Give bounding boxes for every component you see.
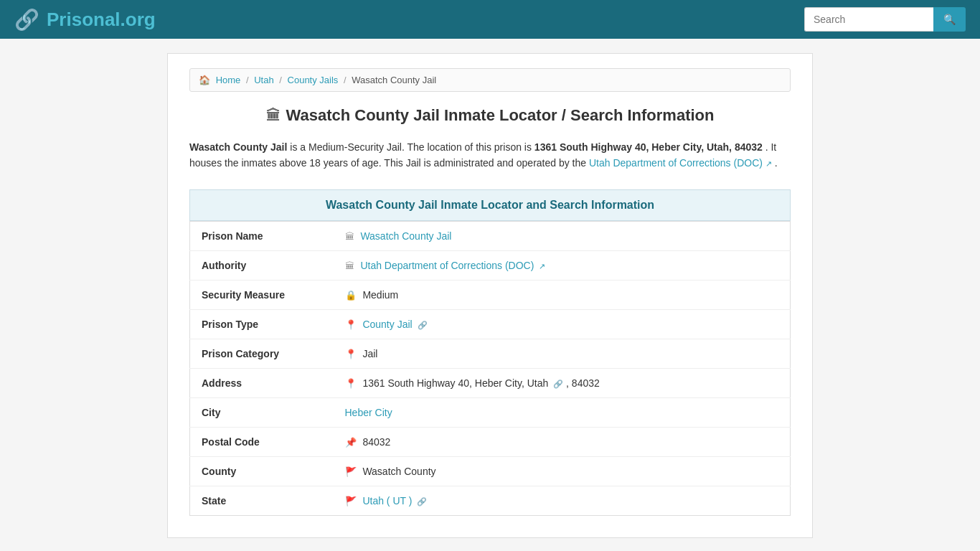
table-cell-label: Prison Type: [190, 309, 334, 339]
table-cell-label: Authority: [190, 250, 334, 280]
breadcrumb-home[interactable]: Home: [216, 75, 241, 85]
table-cell-label: Security Measure: [190, 280, 334, 309]
breadcrumb-separator-1: /: [246, 75, 249, 85]
address-icon: 📍: [345, 378, 357, 389]
search-icon: 🔍: [943, 14, 956, 25]
security-value: Medium: [362, 289, 398, 301]
postal-value: 84032: [362, 436, 390, 448]
prison-type-link[interactable]: County Jail: [362, 319, 412, 330]
prison-category-value: Jail: [362, 348, 377, 359]
table-row: State 🚩 Utah ( UT ) 🔗: [190, 486, 791, 515]
state-link[interactable]: Utah ( UT ): [362, 495, 412, 507]
table-cell-value: 🔒 Medium: [334, 280, 791, 309]
table-row: Prison Type 📍 County Jail 🔗: [190, 309, 791, 339]
table-cell-label: Prison Category: [190, 339, 334, 368]
logo-icon: 🔗: [14, 8, 39, 32]
table-cell-value: Heber City: [334, 397, 791, 427]
table-cell-label: State: [190, 486, 334, 515]
table-cell-label: Postal Code: [190, 427, 334, 456]
site-header: 🔗 Prisonal.org 🔍: [0, 0, 980, 39]
breadcrumb-separator-2: /: [279, 75, 282, 85]
table-cell-value: 🚩 Wasatch County: [334, 456, 791, 486]
section-header: Wasatch County Jail Inmate Locator and S…: [189, 189, 791, 221]
county-value: Wasatch County: [362, 466, 435, 477]
state-icon: 🚩: [345, 496, 357, 507]
logo-name: Prisonal: [47, 9, 121, 30]
title-icon: 🏛: [266, 108, 281, 124]
table-cell-label: Address: [190, 368, 334, 397]
authority-icon: 🏛: [345, 260, 354, 271]
authority-ext-icon: ↗: [539, 262, 545, 270]
description-text1: is a Medium-Security Jail. The location …: [290, 141, 534, 153]
logo-link[interactable]: 🔗 Prisonal.org: [14, 8, 156, 32]
search-button[interactable]: 🔍: [933, 7, 966, 32]
state-ext-icon: 🔗: [417, 497, 427, 506]
table-row: County 🚩 Wasatch County: [190, 456, 791, 486]
authority-link[interactable]: Utah Department of Corrections (DOC): [360, 260, 534, 271]
description-text3: .: [775, 157, 778, 169]
search-area: 🔍: [804, 7, 966, 32]
description-doc-link[interactable]: Utah Department of Corrections (DOC): [589, 157, 763, 169]
table-row: Security Measure 🔒 Medium: [190, 280, 791, 309]
breadcrumb-current: Wasatch County Jail: [352, 75, 436, 85]
breadcrumb-separator-3: /: [344, 75, 347, 85]
city-link[interactable]: Heber City: [345, 407, 392, 418]
ext-icon: ↗: [765, 159, 772, 168]
description-bold-name: Wasatch County Jail: [189, 141, 287, 153]
security-icon: 🔒: [345, 290, 357, 301]
logo-tld: .org: [121, 9, 156, 30]
table-cell-value: 📍 1361 South Highway 40, Heber City, Uta…: [334, 368, 791, 397]
table-row: City Heber City: [190, 397, 791, 427]
table-cell-label: Prison Name: [190, 221, 334, 250]
prison-name-icon: 🏛: [345, 231, 354, 242]
prison-name-link[interactable]: Wasatch County Jail: [360, 230, 451, 242]
table-cell-value: 📍 County Jail 🔗: [334, 309, 791, 339]
prison-type-ext-icon: 🔗: [418, 321, 428, 329]
breadcrumb: 🏠 Home / Utah / County Jails / Wasatch C…: [189, 68, 791, 92]
description-bold-address: 1361 South Highway 40, Heber City, Utah,…: [534, 141, 763, 153]
prison-category-icon: 📍: [345, 349, 357, 359]
table-cell-value: 📌 84032: [334, 427, 791, 456]
prison-type-icon: 📍: [345, 319, 357, 330]
breadcrumb-utah[interactable]: Utah: [254, 75, 273, 85]
breadcrumb-county-jails[interactable]: County Jails: [288, 75, 339, 85]
table-cell-label: County: [190, 456, 334, 486]
table-cell-value: 🏛 Utah Department of Corrections (DOC) ↗: [334, 250, 791, 280]
county-icon: 🚩: [345, 466, 357, 477]
info-table: Prison Name 🏛 Wasatch County Jail Author…: [189, 221, 791, 516]
page-title: 🏛 Wasatch County Jail Inmate Locator / S…: [189, 106, 791, 125]
table-row: Prison Category 📍 Jail: [190, 339, 791, 368]
section-title-text: Wasatch County Jail Inmate Locator and S…: [326, 199, 654, 211]
home-icon: 🏠: [199, 75, 210, 85]
address-state-ext-icon: 🔗: [553, 380, 563, 388]
search-input[interactable]: [804, 7, 933, 32]
table-row: Postal Code 📌 84032: [190, 427, 791, 456]
table-row: Authority 🏛 Utah Department of Correctio…: [190, 250, 791, 280]
postal-icon: 📌: [345, 437, 357, 448]
table-cell-value: 📍 Jail: [334, 339, 791, 368]
table-cell-label: City: [190, 397, 334, 427]
main-container: 🏠 Home / Utah / County Jails / Wasatch C…: [167, 53, 813, 538]
page-title-text: Wasatch County Jail Inmate Locator / Sea…: [286, 106, 715, 125]
description: Wasatch County Jail is a Medium-Security…: [189, 139, 791, 171]
table-row: Address 📍 1361 South Highway 40, Heber C…: [190, 368, 791, 397]
address-text: 1361 South Highway 40, Heber City, Utah: [362, 377, 548, 389]
table-row: Prison Name 🏛 Wasatch County Jail: [190, 221, 791, 250]
logo-text: Prisonal.org: [47, 9, 156, 31]
table-cell-value: 🚩 Utah ( UT ) 🔗: [334, 486, 791, 515]
table-cell-value: 🏛 Wasatch County Jail: [334, 221, 791, 250]
address-postal: , 84032: [566, 377, 600, 389]
